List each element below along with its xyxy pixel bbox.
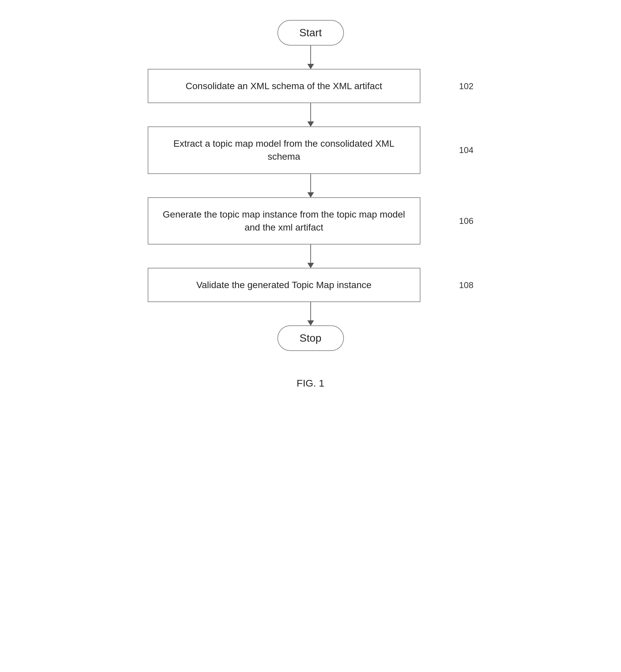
node-104-label: 104: [459, 145, 473, 155]
arrow-5: [310, 302, 311, 325]
figure-caption: FIG. 1: [297, 378, 324, 389]
arrow-3: [310, 174, 311, 197]
start-terminal: Start: [278, 20, 344, 46]
node-108-wrapper: Validate the generated Topic Map instanc…: [148, 268, 474, 302]
node-104-box: Extract a topic map model from the conso…: [148, 126, 420, 174]
node-104-wrapper: Extract a topic map model from the conso…: [148, 126, 474, 174]
node-108-box: Validate the generated Topic Map instanc…: [148, 268, 420, 302]
arrow-4: [310, 244, 311, 268]
arrow-2: [310, 103, 311, 126]
node-102-box: Consolidate an XML schema of the XML art…: [148, 69, 420, 103]
stop-terminal: Stop: [278, 325, 344, 351]
node-106-box: Generate the topic map instance from the…: [148, 197, 420, 244]
node-106-wrapper: Generate the topic map instance from the…: [148, 197, 474, 244]
arrow-1: [310, 46, 311, 69]
node-106-label: 106: [459, 215, 473, 226]
flowchart-diagram: Start Consolidate an XML schema of the X…: [144, 20, 477, 409]
node-102-wrapper: Consolidate an XML schema of the XML art…: [148, 69, 474, 103]
node-102-label: 102: [459, 81, 473, 91]
node-108-label: 108: [459, 280, 473, 290]
